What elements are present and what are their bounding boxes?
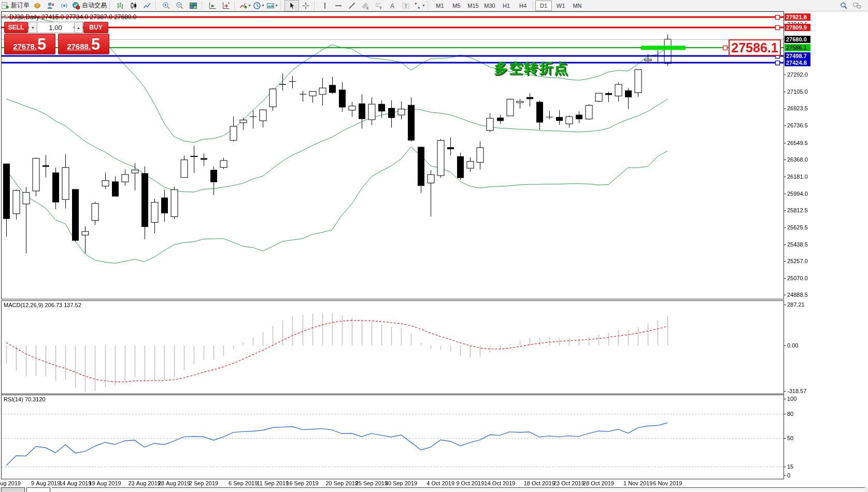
arrows-button[interactable]: ▾ bbox=[412, 1, 426, 11]
toolbar-grip bbox=[314, 2, 317, 10]
buy-price-pips: 5 bbox=[91, 37, 100, 52]
mt4-window: 新订单 自动交易 ▾ ▾ ▾ E F A T ▾ bbox=[0, 0, 868, 492]
signal-icon bbox=[60, 2, 68, 10]
tf-h4-button[interactable]: H4 bbox=[515, 1, 531, 10]
buy-price-main: 27688. bbox=[67, 41, 91, 52]
person-chart-icon bbox=[47, 2, 55, 10]
candlestick-chart-button[interactable] bbox=[127, 1, 140, 11]
chart-symbol-period: DJ30,Daily bbox=[9, 13, 39, 21]
zoom-in-button[interactable] bbox=[160, 1, 173, 11]
axis-price-label: 27921.8 bbox=[785, 13, 810, 21]
horizontal-line-icon bbox=[334, 2, 343, 10]
tf-m5-button[interactable]: M5 bbox=[449, 1, 464, 10]
navigator-button[interactable] bbox=[44, 1, 58, 11]
chart-ohlc-values: 27415.0 27734.0 27387.0 27680.0 bbox=[41, 13, 137, 21]
sell-price-pips: 5 bbox=[37, 37, 46, 52]
axis-price-label: 27809.9 bbox=[785, 24, 810, 31]
line-chart-icon bbox=[143, 2, 151, 10]
new-order-button[interactable]: 新订单 bbox=[0, 1, 31, 11]
cursor-button[interactable] bbox=[284, 0, 299, 11]
chevron-down-icon: ▾ bbox=[262, 3, 264, 8]
sell-button[interactable]: SELL bbox=[4, 22, 28, 33]
signals-button[interactable] bbox=[58, 1, 71, 11]
volume-input[interactable]: 1.00 bbox=[37, 22, 74, 33]
cursor-icon bbox=[288, 2, 296, 10]
sell-price-button[interactable]: 27678.5 bbox=[4, 34, 55, 54]
market-watch-button[interactable] bbox=[31, 1, 44, 11]
auto-scroll-icon bbox=[208, 2, 217, 10]
bar-chart-button[interactable] bbox=[113, 1, 127, 11]
volume-up-button[interactable]: ▲ bbox=[74, 22, 83, 33]
autotrade-button[interactable]: 自动交易 bbox=[71, 1, 108, 11]
channel-button[interactable]: E bbox=[359, 1, 372, 11]
vertical-line-button[interactable] bbox=[318, 1, 332, 11]
text-label-button[interactable]: T bbox=[399, 1, 412, 11]
tf-m15-button[interactable]: M15 bbox=[465, 1, 481, 10]
indicators-button[interactable]: ▾ bbox=[238, 1, 252, 11]
toolbar-grip bbox=[234, 2, 237, 10]
fibonacci-icon: F bbox=[375, 2, 383, 10]
toolbar-grip bbox=[428, 2, 430, 10]
templates-button[interactable]: ▾ bbox=[265, 1, 279, 11]
text-a-icon: A bbox=[388, 2, 396, 10]
axis-price-label: 27498.7 bbox=[785, 52, 810, 60]
axis-price-label: 27424.8 bbox=[785, 59, 810, 66]
chart-shift-button[interactable] bbox=[219, 1, 233, 11]
tf-mn-button[interactable]: MN bbox=[570, 1, 585, 10]
toolbar-grip bbox=[280, 2, 283, 10]
svg-text:E: E bbox=[366, 6, 369, 9]
chart-shift-icon bbox=[222, 2, 230, 10]
macd-label: MACD(12,26,9) 206.73 137.52 bbox=[4, 302, 81, 308]
buy-button[interactable]: BUY bbox=[83, 22, 108, 33]
auto-scroll-button[interactable] bbox=[206, 1, 219, 11]
one-click-trading-panel: SELL ▼ 1.00 ▲ BUY 27678.5 27688.5 bbox=[4, 22, 109, 55]
tf-d1-button[interactable]: D1 bbox=[535, 1, 552, 11]
chart-tab[interactable] bbox=[1, 487, 25, 492]
toolbar-grip bbox=[155, 2, 158, 10]
chart-title-overlay: DJ30,Daily27415.0 27734.0 27387.0 27680.… bbox=[9, 13, 139, 21]
candlestick-chart-icon bbox=[130, 2, 138, 10]
fibonacci-button[interactable]: F bbox=[372, 1, 386, 11]
line-chart-button[interactable] bbox=[140, 1, 154, 11]
volume-down-button[interactable]: ▼ bbox=[29, 22, 37, 33]
bar-chart-icon bbox=[116, 2, 124, 10]
text-button[interactable]: A bbox=[386, 1, 399, 11]
crosshair-button[interactable] bbox=[299, 1, 312, 11]
tile-windows-button[interactable] bbox=[187, 1, 200, 11]
crosshair-icon bbox=[302, 2, 310, 10]
toolbar-separator bbox=[533, 2, 533, 10]
chart-tabs-area[interactable] bbox=[52, 487, 865, 492]
tile-windows-icon bbox=[189, 2, 197, 10]
tf-w1-button[interactable]: W1 bbox=[553, 1, 568, 10]
zoom-out-button[interactable] bbox=[173, 1, 187, 11]
tf-m1-button[interactable]: M1 bbox=[432, 1, 448, 10]
chart-tabs-bar bbox=[0, 487, 868, 492]
chevron-down-icon: ▾ bbox=[248, 3, 250, 8]
indicators-icon bbox=[239, 2, 248, 10]
horizontal-line-button[interactable] bbox=[332, 1, 345, 11]
chevron-down-icon: ▾ bbox=[275, 3, 277, 8]
chart-tab[interactable] bbox=[26, 487, 50, 492]
zoom-out-icon bbox=[176, 2, 184, 10]
clock-icon bbox=[253, 2, 261, 10]
toolbar: 新订单 自动交易 ▾ ▾ ▾ E F A T ▾ bbox=[0, 0, 868, 11]
triangle-up-icon: ▲ bbox=[77, 26, 80, 30]
search-button[interactable] bbox=[837, 1, 850, 11]
chart-canvas[interactable] bbox=[0, 0, 868, 492]
tf-h1-button[interactable]: H1 bbox=[499, 1, 514, 10]
chat-button[interactable] bbox=[850, 1, 864, 11]
vertical-line-icon bbox=[321, 2, 329, 10]
trendline-button[interactable] bbox=[345, 1, 359, 11]
channel-icon: E bbox=[361, 2, 369, 10]
arrows-icon bbox=[414, 2, 422, 10]
svg-text:F: F bbox=[380, 6, 382, 9]
new-order-label: 新订单 bbox=[11, 1, 30, 10]
gold-box-icon bbox=[33, 2, 41, 10]
template-icon bbox=[266, 2, 275, 10]
tf-m30-button[interactable]: M30 bbox=[482, 1, 497, 10]
buy-price-button[interactable]: 27688.5 bbox=[58, 34, 110, 54]
periods-button[interactable]: ▾ bbox=[252, 1, 265, 11]
svg-text:A: A bbox=[390, 2, 394, 9]
toolbar-grip bbox=[109, 2, 112, 10]
chat-icon bbox=[852, 2, 862, 10]
